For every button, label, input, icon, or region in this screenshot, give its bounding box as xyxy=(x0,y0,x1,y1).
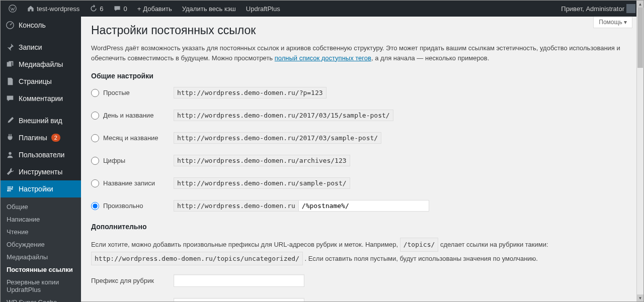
updraft-label: UpdraftPlus xyxy=(246,5,280,13)
svg-point-2 xyxy=(9,152,11,155)
code-sample: http://wordpress.demo-domen.ru/topics/un… xyxy=(91,252,303,266)
option-example: http://wordpress.demo-domen.ru/2017/03/1… xyxy=(174,110,393,121)
sidebar-item-dashboard[interactable]: Консоль xyxy=(1,17,81,34)
main-content: Помощь ▾ Настройки постоянных ссылок Wor… xyxy=(81,17,638,301)
permalink-option-numeric: Цифры http://wordpress.demo-domen.ru/arc… xyxy=(91,155,628,166)
avatar xyxy=(626,4,635,13)
code-sample: /topics/ xyxy=(400,238,439,252)
category-base-row: Префикс для рубрик xyxy=(91,274,628,287)
permalink-option-custom: Произвольно http://wordpress.demo-domen.… xyxy=(91,200,628,212)
category-base-label: Префикс для рубрик xyxy=(91,277,174,284)
sidebar-item-tools[interactable]: Инструменты xyxy=(1,163,81,180)
option-example: http://wordpress.demo-domen.ru/archives/… xyxy=(174,155,350,166)
updraft-link[interactable]: UpdraftPlus xyxy=(242,1,284,17)
page-title: Настройки постоянных ссылок xyxy=(91,24,628,37)
svg-point-3 xyxy=(12,186,13,188)
submenu-general[interactable]: Общие xyxy=(1,200,81,213)
home-icon xyxy=(27,5,35,13)
sidebar-item-appearance[interactable]: Внешний вид xyxy=(1,112,81,129)
comments-link[interactable]: 0 xyxy=(109,1,131,17)
sidebar-label: Внешний вид xyxy=(19,117,62,125)
updates-count: 6 xyxy=(100,5,103,13)
site-name: test-wordpress xyxy=(37,5,79,13)
submenu-supercache[interactable]: WP Super Cache xyxy=(1,296,81,302)
sidebar-label: Консоль xyxy=(19,21,46,29)
wp-logo[interactable] xyxy=(5,1,21,17)
option-label: Цифры xyxy=(103,157,125,164)
wordpress-icon xyxy=(9,5,17,13)
radio-postname[interactable] xyxy=(91,179,99,187)
add-new-link[interactable]: +Добавить xyxy=(133,1,176,17)
optional-description: Если хотите, можно добавить произвольные… xyxy=(91,238,628,265)
submenu-reading[interactable]: Чтение xyxy=(1,226,81,238)
desc-text: Если хотите, можно добавить произвольные… xyxy=(91,241,400,248)
sidebar-item-plugins[interactable]: Плагины2 xyxy=(1,129,81,146)
tag-base-input[interactable] xyxy=(174,298,304,301)
brush-icon xyxy=(6,116,15,125)
plus-icon: + xyxy=(137,5,141,13)
sidebar-item-users[interactable]: Пользователи xyxy=(1,146,81,163)
comments-count: 0 xyxy=(123,5,127,13)
settings-icon xyxy=(6,184,15,193)
option-example: http://wordpress.demo-domen.ru/2017/03/s… xyxy=(174,132,381,144)
submenu-writing[interactable]: Написание xyxy=(1,213,81,226)
users-icon xyxy=(6,150,15,159)
tag-base-row: Префикс для меток xyxy=(91,298,628,301)
sidebar-label: Настройки xyxy=(19,185,53,193)
permalink-option-postname: Название записи http://wordpress.demo-do… xyxy=(91,177,628,189)
category-base-input[interactable] xyxy=(174,274,304,287)
sidebar-item-media[interactable]: Медиафайлы xyxy=(1,56,81,73)
tag-base-label: Префикс для меток xyxy=(91,300,174,301)
desc-text: , а для начала — несколько примеров. xyxy=(371,54,489,62)
scrollbar[interactable]: ▲ ▼ xyxy=(636,1,643,301)
radio-custom[interactable] xyxy=(91,202,99,210)
sidebar-submenu: Общие Написание Чтение Обсуждение Медиаф… xyxy=(1,197,81,302)
sidebar-label: Страницы xyxy=(19,77,52,85)
option-example: http://wordpress.demo-domen.ru/?p=123 xyxy=(174,87,327,98)
comment-icon xyxy=(6,94,15,103)
comment-icon xyxy=(113,5,121,13)
sidebar-label: Плагины xyxy=(19,134,47,142)
custom-prefix: http://wordpress.demo-domen.ru xyxy=(174,200,299,212)
page-description: WordPress даёт возможность указать для п… xyxy=(91,43,628,63)
option-label: Простые xyxy=(103,89,130,96)
sidebar-item-posts[interactable]: Записи xyxy=(1,39,81,56)
option-example: http://wordpress.demo-domen.ru/sample-po… xyxy=(174,177,350,189)
scroll-up[interactable]: ▲ xyxy=(637,1,643,8)
option-label: День и название xyxy=(103,112,153,119)
site-link[interactable]: test-wordpress xyxy=(23,1,84,17)
submenu-discussion[interactable]: Обсуждение xyxy=(1,238,81,251)
tags-link[interactable]: полный список доступных тегов xyxy=(275,54,371,62)
scroll-down[interactable]: ▼ xyxy=(637,294,643,301)
sidebar-label: Инструменты xyxy=(19,168,62,176)
clear-cache-link[interactable]: Удалить весь кэш xyxy=(178,1,240,17)
refresh-icon xyxy=(90,5,98,13)
page-icon xyxy=(6,77,15,86)
scroll-thumb[interactable] xyxy=(637,8,643,68)
sidebar-label: Пользователи xyxy=(19,151,64,159)
media-icon xyxy=(6,60,15,69)
permalink-option-plain: Простые http://wordpress.demo-domen.ru/?… xyxy=(91,87,628,98)
sidebar-item-pages[interactable]: Страницы xyxy=(1,73,81,90)
custom-structure-input[interactable] xyxy=(298,200,429,212)
radio-numeric[interactable] xyxy=(91,157,99,165)
option-label: Месяц и название xyxy=(103,134,158,142)
submenu-updraft[interactable]: Резервные копии UpdraftPlus xyxy=(1,276,81,296)
sidebar-item-comments[interactable]: Комментарии xyxy=(1,90,81,107)
help-tab[interactable]: Помощь ▾ xyxy=(593,17,632,28)
account-link[interactable]: Привет, Administrator xyxy=(557,1,639,17)
desc-text: сделает ссылки на рубрики такими: xyxy=(438,241,548,248)
dashboard-icon xyxy=(6,21,15,30)
submenu-media[interactable]: Медиафайлы xyxy=(1,251,81,263)
permalink-option-monthname: Месяц и название http://wordpress.demo-d… xyxy=(91,132,628,144)
radio-dayname[interactable] xyxy=(91,112,99,120)
submenu-permalinks[interactable]: Постоянные ссылки xyxy=(1,263,81,276)
sidebar-item-settings[interactable]: Настройки xyxy=(1,180,81,197)
desc-text: . Если оставить поля пустыми, будут испо… xyxy=(303,255,538,262)
add-label: Добавить xyxy=(143,5,172,13)
radio-monthname[interactable] xyxy=(91,134,99,142)
clear-cache-label: Удалить весь кэш xyxy=(182,5,236,13)
radio-plain[interactable] xyxy=(91,89,99,97)
updates-link[interactable]: 6 xyxy=(86,1,107,17)
option-label: Произвольно xyxy=(103,202,143,210)
